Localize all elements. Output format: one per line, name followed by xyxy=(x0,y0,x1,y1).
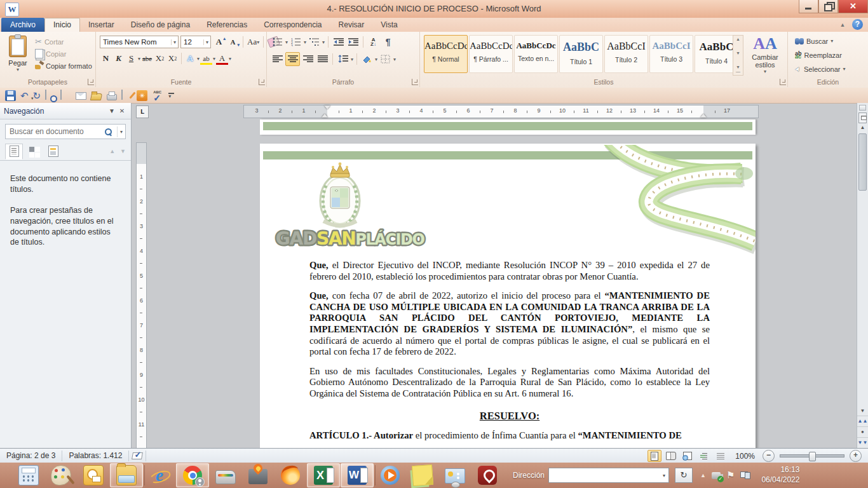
taskbar-scanner[interactable] xyxy=(210,464,241,487)
save-icon[interactable] xyxy=(5,90,16,101)
font-color-button[interactable]: A xyxy=(216,52,228,65)
styles-gallery-scrollbar[interactable]: ▲ ▼ ▼― xyxy=(733,35,743,76)
next-heading-icon[interactable]: ▼ xyxy=(120,148,126,154)
font-color-dropdown-icon[interactable]: ▾ xyxy=(229,56,231,62)
taskbar-word[interactable] xyxy=(341,463,374,487)
style-item-t-tulo-2[interactable]: AaBbCcITítulo 2 xyxy=(604,35,648,73)
format-painter-button[interactable]: Copiar formato xyxy=(33,60,94,72)
cut-button[interactable]: ✂ Cortar xyxy=(33,36,94,48)
paragraph-dialog-launcher-icon[interactable] xyxy=(412,79,418,85)
align-left-button[interactable] xyxy=(271,53,284,65)
shading-button[interactable] xyxy=(360,53,374,65)
replace-button[interactable]: abac Reemplazar xyxy=(793,49,848,61)
copy-button[interactable]: Copiar xyxy=(33,48,94,60)
shrink-font-button[interactable]: A xyxy=(227,36,239,48)
gallery-more-icon[interactable]: ▼― xyxy=(736,65,740,74)
gallery-up-icon[interactable]: ▲ xyxy=(736,37,740,41)
scroll-down-icon[interactable]: ▼ xyxy=(857,407,868,416)
grow-font-button[interactable]: A xyxy=(213,36,225,48)
zoom-slider[interactable] xyxy=(780,454,844,458)
more-icon[interactable] xyxy=(167,90,175,101)
strikethrough-button[interactable]: abe xyxy=(141,52,153,65)
hanging-indent-marker[interactable] xyxy=(322,111,328,118)
paste-dropdown-icon[interactable]: ▾ xyxy=(4,67,32,72)
vertical-scrollbar[interactable]: ▲ ▼ ▲▲ ● ▼▼ xyxy=(857,103,868,448)
bold-button[interactable]: N xyxy=(100,52,112,65)
tab-revisar[interactable]: Revisar xyxy=(330,18,373,32)
print-icon[interactable] xyxy=(106,90,117,101)
style-item-t-tulo-4[interactable]: AaBbCTítulo 4 xyxy=(695,35,738,73)
style-item-t-tulo-3[interactable]: AaBbCcITítulo 3 xyxy=(649,35,693,73)
line-spacing-button[interactable] xyxy=(336,53,349,65)
restore-button[interactable] xyxy=(818,0,838,13)
subscript-button[interactable]: X2 xyxy=(154,52,166,65)
text-effects-dropdown-icon[interactable]: ▾ xyxy=(197,56,200,62)
scrollbar-thumb[interactable] xyxy=(858,133,867,191)
web-layout-view-button[interactable] xyxy=(681,450,695,462)
underline-button[interactable]: S xyxy=(125,52,137,65)
select-browse-object-button[interactable]: ● xyxy=(857,426,868,437)
text-effects-button[interactable]: A xyxy=(184,52,196,65)
increase-indent-button[interactable] xyxy=(346,36,360,48)
minimize-button[interactable] xyxy=(799,0,818,13)
outline-view-button[interactable] xyxy=(697,450,711,462)
address-go-icon[interactable]: ↻ xyxy=(675,468,693,483)
page-indicator[interactable]: Página: 2 de 3 xyxy=(0,451,62,461)
taskbar-nero-burn[interactable] xyxy=(242,464,274,487)
email-icon[interactable] xyxy=(76,90,86,101)
nav-tab-headings[interactable] xyxy=(5,144,23,159)
print-preview-icon[interactable] xyxy=(45,90,56,101)
tab-insertar[interactable]: Insertar xyxy=(80,18,123,32)
document-search-input[interactable]: Buscar en documento ▾ xyxy=(5,124,126,139)
search-dropdown-icon[interactable]: ▾ xyxy=(117,126,125,137)
shading-dropdown-icon[interactable]: ▾ xyxy=(375,57,377,62)
italic-button[interactable]: K xyxy=(112,52,125,65)
paste-button[interactable]: Pegar ▾ xyxy=(4,34,32,76)
address-input[interactable]: ▾ xyxy=(548,468,669,483)
justify-button[interactable] xyxy=(316,53,329,65)
horizontal-ruler[interactable]: 32112345678910111213141517 xyxy=(243,105,759,118)
line-spacing-dropdown-icon[interactable]: ▾ xyxy=(351,57,353,62)
zoom-slider-thumb[interactable] xyxy=(809,452,816,461)
font-dialog-launcher-icon[interactable] xyxy=(259,79,265,85)
navigation-options-icon[interactable]: ▼ xyxy=(107,107,117,114)
tab-stop-selector[interactable] xyxy=(136,105,149,118)
new-icon[interactable] xyxy=(60,90,71,101)
close-button[interactable] xyxy=(838,0,868,13)
open-icon[interactable] xyxy=(91,90,102,101)
decrease-indent-button[interactable] xyxy=(332,36,345,48)
spelling-icon[interactable] xyxy=(152,90,163,101)
tab-archivo[interactable]: Archivo xyxy=(1,18,44,32)
document-text[interactable]: Que, el Director Ejecutivo del INCOP, me… xyxy=(309,260,710,448)
word-count[interactable]: Palabras: 1.412 xyxy=(62,451,129,461)
highlight-button[interactable]: ab xyxy=(200,52,212,65)
superscript-button[interactable]: X2 xyxy=(166,52,179,65)
show-paragraph-marks-button[interactable]: ¶ xyxy=(381,36,395,48)
help-icon[interactable]: ? xyxy=(852,19,863,30)
network-tray-icon[interactable] xyxy=(740,471,750,479)
style-item-t-tulo-1[interactable]: AaBbCTítulo 1 xyxy=(559,35,603,73)
undo-icon[interactable]: ↶ xyxy=(20,90,29,101)
document-page[interactable]: GADSANPLÁCIDO Que, el Director Ejecutivo… xyxy=(260,144,756,448)
tab-referencias[interactable]: Referencias xyxy=(198,18,255,32)
tab-diseno-de-pagina[interactable]: Diseño de página xyxy=(123,18,198,32)
multilevel-dropdown-icon[interactable]: ▾ xyxy=(322,39,325,45)
font-size-combobox[interactable]: 12 ▾ xyxy=(180,36,211,48)
highlight-dropdown-icon[interactable]: ▾ xyxy=(213,56,215,62)
style-item--p-rrafo-[interactable]: AaBbCcDc¶ Párrafo ... xyxy=(469,35,513,73)
zoom-in-button[interactable]: + xyxy=(850,450,862,462)
sort-button[interactable]: AZ↓ xyxy=(367,36,380,48)
underline-dropdown-icon[interactable]: ▾ xyxy=(138,56,140,62)
gallery-down-icon[interactable]: ▼ xyxy=(736,51,740,55)
view-ruler-toggle[interactable] xyxy=(858,112,867,123)
address-dropdown-icon[interactable]: ▾ xyxy=(660,473,668,478)
tab-vista[interactable]: Vista xyxy=(372,18,405,32)
font-family-combobox[interactable]: Times New Rom ▾ xyxy=(100,36,179,48)
previous-page-button[interactable]: ▲▲ xyxy=(857,416,868,426)
spellcheck-status-icon[interactable] xyxy=(129,451,146,461)
fullscreen-reading-view-button[interactable] xyxy=(664,450,678,462)
find-button[interactable]: Buscar▾ xyxy=(793,35,848,47)
taskbar-sticky-notes[interactable] xyxy=(407,464,438,487)
taskbar-outlook[interactable] xyxy=(78,464,109,487)
change-styles-button[interactable]: AA Cambiar estilos ▾ xyxy=(747,34,783,76)
